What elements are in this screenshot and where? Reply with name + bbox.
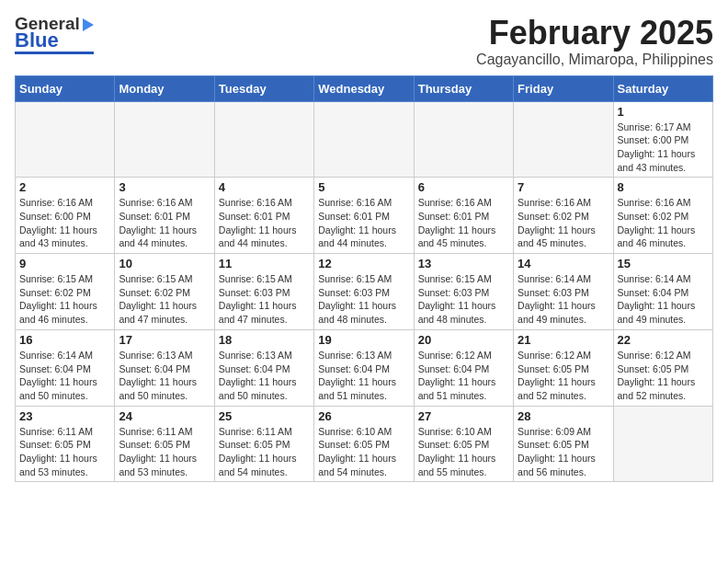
calendar-week-row: 2Sunrise: 6:16 AM Sunset: 6:00 PM Daylig… bbox=[16, 178, 713, 254]
col-saturday: Saturday bbox=[613, 75, 712, 101]
day-info: Sunrise: 6:14 AM Sunset: 6:04 PM Dayligh… bbox=[19, 349, 110, 403]
day-info: Sunrise: 6:16 AM Sunset: 6:01 PM Dayligh… bbox=[418, 196, 509, 250]
table-row: 12Sunrise: 6:15 AM Sunset: 6:03 PM Dayli… bbox=[314, 254, 414, 330]
day-info: Sunrise: 6:12 AM Sunset: 6:05 PM Dayligh… bbox=[618, 349, 709, 403]
page-header: General Blue February 2025 Cagayancillo,… bbox=[15, 15, 713, 68]
day-number: 3 bbox=[119, 180, 210, 194]
table-row: 25Sunrise: 6:11 AM Sunset: 6:05 PM Dayli… bbox=[214, 406, 313, 482]
table-row: 26Sunrise: 6:10 AM Sunset: 6:05 PM Dayli… bbox=[314, 406, 414, 482]
title-area: February 2025 Cagayancillo, Mimaropa, Ph… bbox=[476, 15, 713, 68]
table-row: 11Sunrise: 6:15 AM Sunset: 6:03 PM Dayli… bbox=[214, 254, 313, 330]
table-row: 20Sunrise: 6:12 AM Sunset: 6:04 PM Dayli… bbox=[414, 329, 513, 406]
table-row: 13Sunrise: 6:15 AM Sunset: 6:03 PM Dayli… bbox=[414, 254, 513, 330]
day-info: Sunrise: 6:15 AM Sunset: 6:03 PM Dayligh… bbox=[318, 272, 409, 327]
table-row: 17Sunrise: 6:13 AM Sunset: 6:04 PM Dayli… bbox=[115, 329, 214, 406]
day-number: 28 bbox=[518, 409, 609, 423]
day-info: Sunrise: 6:12 AM Sunset: 6:04 PM Dayligh… bbox=[418, 349, 509, 403]
logo: General Blue bbox=[15, 15, 94, 54]
day-number: 15 bbox=[618, 257, 709, 270]
day-number: 22 bbox=[618, 333, 709, 347]
day-info: Sunrise: 6:17 AM Sunset: 6:00 PM Dayligh… bbox=[618, 121, 709, 175]
calendar-header-row: Sunday Monday Tuesday Wednesday Thursday… bbox=[16, 75, 713, 101]
table-row: 3Sunrise: 6:16 AM Sunset: 6:01 PM Daylig… bbox=[115, 178, 214, 254]
day-number: 14 bbox=[518, 257, 609, 270]
day-info: Sunrise: 6:16 AM Sunset: 6:02 PM Dayligh… bbox=[618, 196, 709, 250]
day-number: 26 bbox=[318, 409, 409, 423]
col-tuesday: Tuesday bbox=[214, 75, 313, 101]
table-row bbox=[414, 101, 513, 178]
table-row: 23Sunrise: 6:11 AM Sunset: 6:05 PM Dayli… bbox=[16, 406, 115, 482]
col-friday: Friday bbox=[514, 75, 613, 101]
table-row: 24Sunrise: 6:11 AM Sunset: 6:05 PM Dayli… bbox=[115, 406, 214, 482]
day-number: 4 bbox=[219, 180, 310, 194]
day-info: Sunrise: 6:16 AM Sunset: 6:02 PM Dayligh… bbox=[518, 196, 609, 250]
table-row: 2Sunrise: 6:16 AM Sunset: 6:00 PM Daylig… bbox=[16, 178, 115, 254]
table-row: 19Sunrise: 6:13 AM Sunset: 6:04 PM Dayli… bbox=[314, 329, 414, 406]
col-wednesday: Wednesday bbox=[314, 75, 414, 101]
table-row: 8Sunrise: 6:16 AM Sunset: 6:02 PM Daylig… bbox=[613, 178, 712, 254]
table-row: 28Sunrise: 6:09 AM Sunset: 6:05 PM Dayli… bbox=[514, 406, 613, 482]
day-number: 7 bbox=[518, 180, 609, 194]
day-info: Sunrise: 6:15 AM Sunset: 6:03 PM Dayligh… bbox=[219, 272, 310, 327]
day-info: Sunrise: 6:09 AM Sunset: 6:05 PM Dayligh… bbox=[518, 425, 609, 479]
table-row: 1Sunrise: 6:17 AM Sunset: 6:00 PM Daylig… bbox=[613, 101, 712, 178]
day-number: 9 bbox=[19, 257, 110, 270]
day-number: 21 bbox=[518, 333, 609, 347]
day-number: 19 bbox=[318, 333, 409, 347]
day-number: 5 bbox=[318, 180, 409, 194]
table-row: 16Sunrise: 6:14 AM Sunset: 6:04 PM Dayli… bbox=[16, 329, 115, 406]
table-row: 6Sunrise: 6:16 AM Sunset: 6:01 PM Daylig… bbox=[414, 178, 513, 254]
calendar-week-row: 23Sunrise: 6:11 AM Sunset: 6:05 PM Dayli… bbox=[16, 406, 713, 482]
day-number: 24 bbox=[119, 409, 210, 423]
logo-chevron-icon bbox=[83, 18, 94, 31]
page-title: February 2025 bbox=[476, 15, 713, 52]
col-monday: Monday bbox=[115, 75, 214, 101]
day-number: 6 bbox=[418, 180, 509, 194]
day-info: Sunrise: 6:14 AM Sunset: 6:04 PM Dayligh… bbox=[618, 272, 709, 327]
day-info: Sunrise: 6:15 AM Sunset: 6:03 PM Dayligh… bbox=[418, 272, 509, 327]
col-thursday: Thursday bbox=[414, 75, 513, 101]
day-info: Sunrise: 6:10 AM Sunset: 6:05 PM Dayligh… bbox=[418, 425, 509, 479]
day-info: Sunrise: 6:11 AM Sunset: 6:05 PM Dayligh… bbox=[219, 425, 310, 479]
day-info: Sunrise: 6:16 AM Sunset: 6:00 PM Dayligh… bbox=[19, 196, 110, 250]
table-row: 21Sunrise: 6:12 AM Sunset: 6:05 PM Dayli… bbox=[514, 329, 613, 406]
day-info: Sunrise: 6:11 AM Sunset: 6:05 PM Dayligh… bbox=[19, 425, 110, 479]
table-row: 27Sunrise: 6:10 AM Sunset: 6:05 PM Dayli… bbox=[414, 406, 513, 482]
day-info: Sunrise: 6:16 AM Sunset: 6:01 PM Dayligh… bbox=[318, 196, 409, 250]
page-subtitle: Cagayancillo, Mimaropa, Philippines bbox=[476, 52, 713, 68]
day-info: Sunrise: 6:16 AM Sunset: 6:01 PM Dayligh… bbox=[219, 196, 310, 250]
day-number: 12 bbox=[318, 257, 409, 270]
table-row: 18Sunrise: 6:13 AM Sunset: 6:04 PM Dayli… bbox=[214, 329, 313, 406]
day-number: 18 bbox=[219, 333, 310, 347]
day-number: 8 bbox=[618, 180, 709, 194]
day-number: 23 bbox=[19, 409, 110, 423]
table-row: 4Sunrise: 6:16 AM Sunset: 6:01 PM Daylig… bbox=[214, 178, 313, 254]
day-number: 2 bbox=[19, 180, 110, 194]
table-row: 7Sunrise: 6:16 AM Sunset: 6:02 PM Daylig… bbox=[514, 178, 613, 254]
day-number: 10 bbox=[119, 257, 210, 270]
logo-underline bbox=[15, 52, 94, 54]
day-info: Sunrise: 6:15 AM Sunset: 6:02 PM Dayligh… bbox=[19, 272, 110, 327]
day-number: 20 bbox=[418, 333, 509, 347]
day-number: 17 bbox=[119, 333, 210, 347]
calendar-week-row: 1Sunrise: 6:17 AM Sunset: 6:00 PM Daylig… bbox=[16, 101, 713, 178]
day-info: Sunrise: 6:11 AM Sunset: 6:05 PM Dayligh… bbox=[119, 425, 210, 479]
day-number: 13 bbox=[418, 257, 509, 270]
table-row: 5Sunrise: 6:16 AM Sunset: 6:01 PM Daylig… bbox=[314, 178, 414, 254]
day-info: Sunrise: 6:13 AM Sunset: 6:04 PM Dayligh… bbox=[318, 349, 409, 403]
day-number: 16 bbox=[19, 333, 110, 347]
day-number: 11 bbox=[219, 257, 310, 270]
day-info: Sunrise: 6:13 AM Sunset: 6:04 PM Dayligh… bbox=[119, 349, 210, 403]
table-row bbox=[16, 101, 115, 178]
table-row bbox=[115, 101, 214, 178]
calendar-table: Sunday Monday Tuesday Wednesday Thursday… bbox=[15, 75, 713, 483]
day-number: 27 bbox=[418, 409, 509, 423]
table-row bbox=[514, 101, 613, 178]
table-row bbox=[214, 101, 313, 178]
calendar-week-row: 9Sunrise: 6:15 AM Sunset: 6:02 PM Daylig… bbox=[16, 254, 713, 330]
day-info: Sunrise: 6:15 AM Sunset: 6:02 PM Dayligh… bbox=[119, 272, 210, 327]
table-row: 22Sunrise: 6:12 AM Sunset: 6:05 PM Dayli… bbox=[613, 329, 712, 406]
logo-blue-text: Blue bbox=[15, 30, 59, 51]
table-row bbox=[613, 406, 712, 482]
day-info: Sunrise: 6:13 AM Sunset: 6:04 PM Dayligh… bbox=[219, 349, 310, 403]
